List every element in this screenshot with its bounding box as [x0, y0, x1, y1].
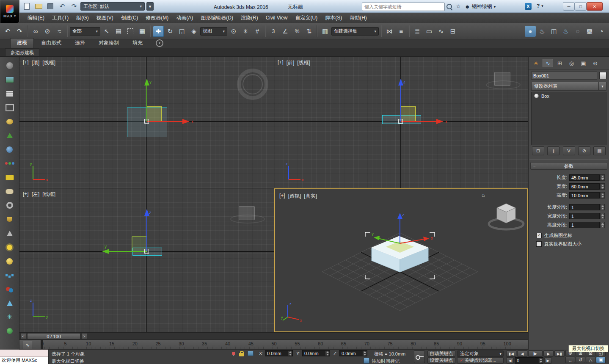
- mini-curve-editor-icon[interactable]: ∿: [22, 341, 33, 349]
- show-end-result-icon[interactable]: ‖: [547, 146, 559, 155]
- select-by-name-icon[interactable]: ▤: [113, 26, 124, 37]
- menu-graph-editors[interactable]: 图形编辑器(D): [197, 13, 237, 23]
- menu-help[interactable]: 帮助(H): [346, 13, 371, 23]
- listener-text[interactable]: 欢迎使用 MAXSc: [0, 357, 48, 364]
- snaps-toggle-icon[interactable]: 3: [268, 26, 279, 37]
- menu-scripting[interactable]: 脚本(S): [321, 13, 346, 23]
- select-and-move-icon[interactable]: ✚: [153, 26, 164, 37]
- motion-tab-icon[interactable]: ◎: [566, 59, 577, 67]
- gold-teapot-icon[interactable]: [3, 115, 17, 128]
- viewport-front[interactable]: [+] [前] [线框] z x z x: [274, 57, 528, 188]
- height-spinner[interactable]: [600, 192, 605, 199]
- width-segs-field[interactable]: 1: [569, 213, 600, 219]
- isolate-pin-icon[interactable]: [230, 350, 237, 357]
- set-key-button[interactable]: 设置关键点: [427, 357, 455, 364]
- select-and-rotate-icon[interactable]: ↻: [165, 26, 176, 37]
- orbit-tool-icon[interactable]: [3, 59, 17, 72]
- percent-snap-icon[interactable]: %: [292, 26, 303, 37]
- height-segs-field[interactable]: 1: [569, 222, 600, 228]
- menu-edit[interactable]: 编辑(E): [24, 13, 48, 23]
- real-world-map-checkbox[interactable]: [536, 241, 542, 247]
- parameters-rollout-header[interactable]: − 参数: [530, 162, 607, 170]
- listener-macro-row[interactable]: [0, 350, 48, 357]
- pin-stack-icon[interactable]: ⊟: [532, 146, 544, 155]
- scene-image-icon[interactable]: [3, 73, 17, 86]
- keyboard-shortcut-override-icon[interactable]: #: [252, 26, 263, 37]
- utilities-tab-icon[interactable]: ⊚: [590, 59, 601, 67]
- curve-editor-icon[interactable]: ∿: [435, 26, 446, 37]
- modify-tab-icon[interactable]: ∿: [543, 59, 553, 67]
- viewport-menu-shading[interactable]: [线框]: [297, 59, 310, 66]
- current-frame-field[interactable]: 0: [515, 357, 543, 364]
- select-and-place-icon[interactable]: ◈: [188, 26, 199, 37]
- length-segs-spinner[interactable]: [600, 204, 605, 210]
- menu-customize[interactable]: 自定义(U): [291, 13, 321, 23]
- time-slider-thumb[interactable]: 0 / 100: [27, 333, 80, 339]
- named-selection-sets-dropdown[interactable]: 创建选择集▾: [331, 27, 379, 36]
- height-field[interactable]: 10.0mm: [569, 192, 600, 199]
- sun-light-icon[interactable]: [3, 241, 17, 254]
- close-button[interactable]: ✕: [587, 2, 603, 11]
- maximize-viewport-toggle-icon[interactable]: ▣: [596, 357, 606, 363]
- layer-manager-icon[interactable]: ≣: [412, 26, 423, 37]
- favorites-star-icon[interactable]: ☆: [455, 3, 462, 10]
- frame-spinner[interactable]: [538, 358, 543, 363]
- absolute-mode-icon[interactable]: [247, 350, 254, 357]
- ribbon-tab-freeform[interactable]: 自由形式: [35, 39, 68, 48]
- swirl-sphere-icon[interactable]: [3, 143, 17, 156]
- viewport-menu-general[interactable]: [+]: [23, 191, 29, 198]
- schematic-view-icon[interactable]: ⊟: [447, 26, 458, 37]
- angle-snap-icon[interactable]: ∠: [280, 26, 291, 37]
- track-bar[interactable]: ∿ 05101520253035404550556065707580859095…: [19, 340, 528, 350]
- viewport-menu-shading[interactable]: [线框]: [42, 59, 55, 66]
- viewport-menu-pov[interactable]: [透视]: [288, 193, 301, 200]
- material-editor-icon[interactable]: ●: [525, 26, 536, 37]
- menu-rendering[interactable]: 渲染(R): [237, 13, 262, 23]
- key-mode-forward-button[interactable]: ▶: [544, 357, 552, 364]
- ribbon-minimize-icon[interactable]: ▾: [156, 39, 163, 47]
- height-segs-spinner[interactable]: [600, 222, 605, 228]
- move-gizmo[interactable]: z y: [101, 199, 169, 258]
- redo-icon[interactable]: ↷: [69, 2, 79, 11]
- time-tag-icon[interactable]: [363, 357, 370, 364]
- viewcube-home-icon[interactable]: ⌂: [482, 192, 485, 198]
- render-production-icon[interactable]: ♨: [560, 26, 571, 37]
- plane-primitive-icon[interactable]: [3, 171, 17, 184]
- application-menu-button[interactable]: MAX ▾: [0, 0, 19, 23]
- viewport-menu-general[interactable]: [+]: [279, 193, 285, 200]
- viewport-menu-pov[interactable]: [左]: [32, 191, 40, 198]
- menu-animation[interactable]: 动画(A): [172, 13, 197, 23]
- pyramid-tool-icon[interactable]: [3, 297, 17, 309]
- polygon-modeling-panel-tab[interactable]: 多边形建模: [5, 48, 39, 56]
- go-to-end-button[interactable]: ▶▮: [554, 350, 565, 357]
- move-gizmo[interactable]: z x: [381, 68, 453, 127]
- reference-coordinate-dropdown[interactable]: 视图▾: [200, 27, 227, 36]
- y-spinner[interactable]: [325, 350, 330, 356]
- search-icon[interactable]: [445, 3, 453, 10]
- x-spinner[interactable]: [288, 350, 292, 356]
- viewport-left[interactable]: [+] [左] [线框] z y z y: [19, 188, 274, 332]
- create-tab-icon[interactable]: ✳: [531, 59, 541, 67]
- width-spinner[interactable]: [600, 183, 605, 190]
- render-setup-icon[interactable]: ♨: [537, 26, 548, 37]
- menu-tools[interactable]: 工具(T): [48, 13, 72, 23]
- search-input[interactable]: [362, 4, 444, 9]
- make-unique-icon[interactable]: ∀: [563, 146, 575, 155]
- length-field[interactable]: 45.0mm: [569, 174, 600, 181]
- orbit-icon[interactable]: ↺: [576, 357, 585, 363]
- modifier-stack[interactable]: Box: [531, 92, 606, 145]
- previous-frame-button[interactable]: <: [20, 333, 26, 339]
- cone-primitive-icon[interactable]: [3, 227, 17, 240]
- align-icon[interactable]: ≡: [396, 26, 407, 37]
- use-pivot-center-icon[interactable]: ⊙: [228, 26, 239, 37]
- foliage-tool-icon[interactable]: [3, 325, 17, 337]
- viewport-menu-shading[interactable]: [真实]: [304, 193, 317, 200]
- go-to-start-button[interactable]: ▮◀: [506, 350, 516, 357]
- rendered-frame-window-icon[interactable]: ◫: [548, 26, 559, 37]
- window-crossing-toggle-icon[interactable]: ▦: [137, 26, 148, 37]
- viewcube[interactable]: [487, 197, 526, 234]
- spinner-snap-icon[interactable]: ⇅: [303, 26, 314, 37]
- redo-icon[interactable]: ↷: [14, 26, 25, 37]
- minimize-button[interactable]: ─: [563, 2, 575, 11]
- play-animation-button[interactable]: ▶: [528, 350, 543, 357]
